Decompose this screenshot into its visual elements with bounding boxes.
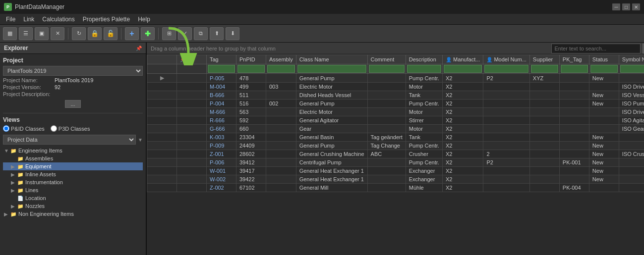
table-row[interactable]: B-666511Dished Heads VesselTankX2NewISO … (147, 91, 644, 100)
tree-item[interactable]: ▶📁Equipment (3, 162, 143, 170)
row-expand-cell[interactable] (147, 167, 177, 175)
menu-item-link[interactable]: Link (19, 15, 38, 24)
row-expand-cell[interactable] (147, 184, 177, 192)
table-row[interactable]: K-00323304General BasinTag geändertTankX… (147, 133, 644, 142)
col-header-className[interactable]: Class Name (296, 55, 367, 64)
filter-input-pkTag[interactable] (561, 65, 588, 73)
tree-item[interactable]: ▶📁Instrumentation (3, 178, 143, 186)
pid-classes-radio[interactable]: P&ID Classes (3, 125, 45, 132)
filter-input-status[interactable] (590, 65, 618, 73)
project-dropdown[interactable]: PlantTools 2019 (3, 66, 143, 76)
filter-cell-assembly (266, 64, 296, 74)
col-header-tag[interactable]: Tag (207, 55, 236, 64)
filter-input-className[interactable] (297, 65, 366, 73)
row-expand-cell[interactable] (147, 150, 177, 158)
row-expand-cell[interactable] (147, 108, 177, 116)
menu-item-help[interactable]: Help (134, 15, 154, 24)
table-row[interactable]: P-00639412Centrifugal PumpPump Centr.X2P… (147, 158, 644, 167)
filter-input-manufacturer[interactable] (444, 65, 482, 73)
row-expand-cell[interactable] (147, 125, 177, 133)
find-button[interactable]: Find (643, 44, 644, 53)
col-header-pnpid[interactable]: PnPID (236, 55, 266, 64)
close-button[interactable]: ✕ (632, 3, 640, 10)
filter-input-description[interactable] (407, 65, 441, 73)
col-header-modelNum[interactable]: 👤 Model Num... (483, 55, 529, 64)
col-header-pkTag[interactable]: PK_Tag (559, 55, 589, 64)
grid2-toolbar-btn[interactable]: ⊞ (162, 27, 176, 40)
box-toolbar-btn[interactable]: ▣ (35, 27, 49, 40)
filter-input-comment[interactable] (369, 65, 405, 73)
tree-item[interactable]: ▶📁Inline Assets (3, 170, 143, 178)
table-row[interactable]: P-004516002General PumpPump Centr.X2NewI… (147, 100, 644, 108)
table-row[interactable]: R-666592General AgitatorStirrerX2ISO Agi… (147, 116, 644, 125)
table-row[interactable]: W-00139417General Heat Exchanger 1Exchan… (147, 167, 644, 175)
main-table: 📌TagPnPIDAssemblyClass NameCommentDescri… (147, 54, 644, 192)
col-header-description[interactable]: Description (406, 55, 442, 64)
project-data-dropdown[interactable]: Project Data (3, 135, 136, 145)
tree-item[interactable]: 📁Assemblies (3, 154, 143, 162)
row-expand-cell[interactable] (147, 142, 177, 150)
cell-pnpid: 39412 (236, 158, 266, 167)
row-expand-cell[interactable] (147, 158, 177, 167)
copy-toolbar-btn[interactable]: ⧉ (194, 27, 208, 40)
table-row[interactable]: W-00239422General Heat Exchanger 1Exchan… (147, 175, 644, 184)
row-expand-cell[interactable]: ▶ (147, 74, 177, 83)
tree-item[interactable]: ▶📁Lines (3, 186, 143, 194)
filter-input-assembly[interactable] (267, 65, 295, 73)
lock-toolbar-btn[interactable]: 🔒 (88, 27, 102, 40)
more-button[interactable]: ... (65, 100, 80, 108)
check-toolbar-btn[interactable]: ✓ (178, 27, 192, 40)
table-row[interactable]: Z-00128602General Crushing MachineABCCru… (147, 150, 644, 158)
col-header-supplier[interactable]: Supplier (529, 55, 559, 64)
col-header-status[interactable]: Status (589, 55, 619, 64)
row-expand-cell[interactable] (147, 175, 177, 184)
tree-item[interactable]: ▼📁Engineering Items (3, 147, 143, 154)
col-header-symbolName[interactable]: Symbol Name (619, 55, 644, 64)
menu-item-properties-palette[interactable]: Properties Palette (79, 15, 134, 24)
unlock-toolbar-btn[interactable]: 🔓 (104, 27, 117, 40)
search-input[interactable] (551, 44, 641, 53)
tree-folder-icon: 📁 (10, 210, 17, 217)
maximize-button[interactable]: □ (622, 3, 630, 10)
cell-comment (367, 184, 406, 192)
col-header-manufacturer[interactable]: 👤 Manufact... (442, 55, 483, 64)
row-expand-cell[interactable] (147, 91, 177, 100)
tree-item[interactable]: ▶📁Nozzles (3, 202, 143, 210)
cell-manufacturer: X2 (442, 142, 483, 150)
list-toolbar-btn[interactable]: ☰ (19, 27, 33, 40)
filter-input-supplier[interactable] (531, 65, 558, 73)
row-expand-cell[interactable] (147, 100, 177, 108)
grid-toolbar-btn[interactable]: ▦ (3, 27, 17, 40)
table-row[interactable]: M-004499003Electric MotorMotorX2ISO Driv… (147, 83, 644, 91)
table-row[interactable]: G-666660GearMotorX2ISO Gear (147, 125, 644, 133)
pin-icon[interactable]: 📌 (136, 46, 142, 51)
import-toolbar-btn[interactable]: ⬇ (226, 27, 239, 40)
data-grid: 📌TagPnPIDAssemblyClass NameCommentDescri… (147, 54, 644, 255)
export-toolbar-btn[interactable]: ⬆ (210, 27, 224, 40)
add-toolbar-btn[interactable]: + (125, 27, 139, 40)
row-expand-cell[interactable] (147, 133, 177, 142)
row-expand-cell[interactable] (147, 83, 177, 91)
cell-status: New (589, 150, 619, 158)
table-row[interactable]: M-666563Electric MotorMotorX2ISO Drive -… (147, 108, 644, 116)
tree-item[interactable]: 📄Location (3, 194, 143, 202)
filter-input-tag[interactable] (208, 65, 235, 73)
table-row[interactable]: Z-00267102General MillMühleX2PK-004 (147, 184, 644, 192)
col-header-comment[interactable]: Comment (367, 55, 406, 64)
menu-item-file[interactable]: File (2, 15, 19, 24)
p3d-classes-radio[interactable]: P3D Classes (51, 125, 90, 132)
filter-input-modelNum[interactable] (484, 65, 528, 73)
filter-input-symbolName[interactable] (620, 65, 644, 73)
table-row[interactable]: P-00924409General PumpTag ChangePump Cen… (147, 142, 644, 150)
add2-toolbar-btn[interactable]: ✚ (141, 27, 155, 40)
menu-item-calculations[interactable]: Calculations (38, 15, 78, 24)
refresh-toolbar-btn[interactable]: ↻ (72, 27, 86, 40)
minimize-button[interactable]: ─ (612, 3, 620, 10)
row-expand-cell[interactable] (147, 116, 177, 125)
filter-input-pnpid[interactable] (237, 65, 265, 73)
col-header-assembly[interactable]: Assembly (266, 55, 296, 64)
table-row[interactable]: ▶P-005478General PumpPump Centr.X2P2XYZN… (147, 74, 644, 83)
close-toolbar-btn[interactable]: ✕ (51, 27, 64, 40)
cell-description: Pump Centr. (406, 100, 442, 108)
tree-item[interactable]: ▶📁Non Engineering Items (3, 210, 143, 218)
